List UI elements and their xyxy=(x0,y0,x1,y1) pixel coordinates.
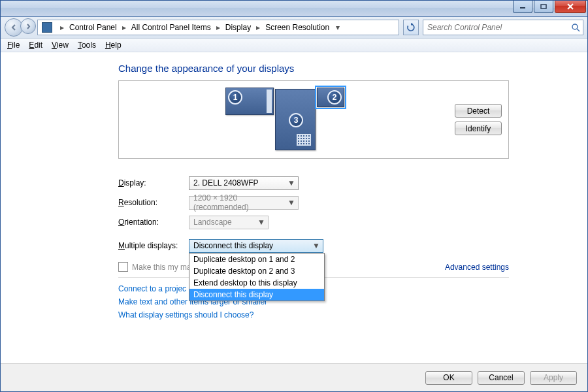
search-icon xyxy=(571,23,580,32)
display-arrangement[interactable]: 1 3 2 xyxy=(125,84,444,155)
display-number-badge: 3 xyxy=(289,113,303,127)
taskbar-icon xyxy=(267,90,272,113)
menu-file[interactable]: File xyxy=(3,39,24,51)
svg-rect-0 xyxy=(520,7,525,8)
screen-resolution-window: ▸ Control Panel ▸ All Control Panel Item… xyxy=(0,0,588,392)
display-3[interactable]: 3 xyxy=(275,89,316,150)
display-select-value: 2. DELL 2408WFP xyxy=(193,178,259,188)
multiple-displays-select[interactable]: Disconnect this display ▼ Duplicate desk… xyxy=(189,239,323,253)
apply-button: Apply xyxy=(530,371,577,385)
detect-button[interactable]: Detect xyxy=(455,104,502,118)
display-1[interactable]: 1 xyxy=(225,88,274,115)
display-2-selected[interactable]: 2 xyxy=(317,88,344,107)
dd-option-duplicate-1-2[interactable]: Duplicate desktop on 1 and 2 xyxy=(189,253,324,265)
crumb-display[interactable]: Display xyxy=(221,20,255,35)
close-button[interactable] xyxy=(555,1,586,13)
crumb-all-items[interactable]: All Control Panel Items xyxy=(127,20,215,35)
chevron-down-icon: ▼ xyxy=(287,178,295,188)
orientation-select: Landscape ▼ xyxy=(189,216,269,229)
maximize-button[interactable] xyxy=(534,1,553,13)
display-number-badge: 2 xyxy=(327,90,342,105)
link-what-settings[interactable]: What display settings should I choose? xyxy=(118,310,509,319)
close-icon xyxy=(566,3,574,10)
search-box[interactable] xyxy=(423,20,583,35)
display-select[interactable]: 2. DELL 2408WFP ▼ xyxy=(189,176,299,190)
cancel-button[interactable]: Cancel xyxy=(478,371,525,385)
menu-help[interactable]: Help xyxy=(101,39,125,51)
display-buttons: Detect Identify xyxy=(444,104,502,135)
minimize-button[interactable] xyxy=(513,1,532,13)
svg-point-2 xyxy=(572,24,578,29)
forward-button[interactable] xyxy=(20,18,36,34)
address-bar: ▸ Control Panel ▸ All Control Panel Item… xyxy=(1,17,587,39)
chevron-down-icon: ▼ xyxy=(257,218,265,227)
chevron-down-icon: ▼ xyxy=(287,198,295,207)
display-arrangement-box: 1 3 2 Detect Identify xyxy=(118,80,509,159)
display-number-badge: 1 xyxy=(228,90,242,105)
taskbar-icon xyxy=(297,134,311,146)
multiple-displays-value: Disconnect this display xyxy=(193,241,273,250)
breadcrumb[interactable]: ▸ Control Panel ▸ All Control Panel Item… xyxy=(37,20,399,35)
content-area: Change the appearance of your displays 1… xyxy=(1,52,587,363)
settings-rows: Display: 2. DELL 2408WFP ▼ Resolution: 1… xyxy=(118,173,509,255)
label-multiple-displays: Multiple displays: xyxy=(118,241,189,250)
dd-option-disconnect[interactable]: Disconnect this display xyxy=(189,289,324,301)
resolution-select-value: 1200 × 1920 (recommended) xyxy=(193,193,287,212)
titlebar xyxy=(1,1,587,17)
refresh-icon xyxy=(406,23,416,32)
crumb-control-panel[interactable]: Control Panel xyxy=(65,20,121,35)
dd-option-duplicate-2-3[interactable]: Duplicate desktop on 2 and 3 xyxy=(189,265,324,277)
multiple-displays-dropdown: Duplicate desktop on 1 and 2 Duplicate d… xyxy=(189,253,325,301)
orientation-select-value: Landscape xyxy=(193,218,232,227)
minimize-icon xyxy=(519,4,526,9)
breadcrumb-dropdown[interactable]: ▾ xyxy=(333,23,342,32)
refresh-button[interactable] xyxy=(403,20,419,35)
identify-button[interactable]: Identify xyxy=(455,122,502,135)
menu-view[interactable]: View xyxy=(48,39,73,51)
resolution-select: 1200 × 1920 (recommended) ▼ xyxy=(189,196,299,210)
arrow-left-icon xyxy=(10,24,17,31)
label-orientation: Orientation: xyxy=(118,218,189,227)
nav-buttons xyxy=(5,18,33,37)
search-input[interactable] xyxy=(426,22,571,33)
chevron-right-icon: ▸ xyxy=(60,23,64,32)
maximize-icon xyxy=(540,4,547,9)
ok-button[interactable]: OK xyxy=(425,371,472,385)
dd-option-extend[interactable]: Extend desktop to this display xyxy=(189,277,324,289)
dialog-footer: OK Cancel Apply xyxy=(1,363,587,391)
label-display: Display: xyxy=(118,178,189,188)
svg-line-3 xyxy=(577,29,580,31)
chevron-right-icon: ▸ xyxy=(216,23,220,32)
menu-bar: File Edit View Tools Help xyxy=(1,39,587,52)
make-main-label: Make this my ma xyxy=(132,263,191,272)
chevron-right-icon: ▸ xyxy=(256,23,260,32)
crumb-screen-resolution[interactable]: Screen Resolution xyxy=(261,20,333,35)
control-panel-icon xyxy=(42,22,52,33)
svg-rect-1 xyxy=(541,5,546,8)
chevron-right-icon: ▸ xyxy=(122,23,126,32)
page-title: Change the appearance of your displays xyxy=(118,63,509,74)
advanced-settings-link[interactable]: Advanced settings xyxy=(445,263,509,272)
menu-tools[interactable]: Tools xyxy=(74,39,100,51)
chevron-down-icon: ▼ xyxy=(312,241,320,250)
arrow-right-icon xyxy=(25,24,31,29)
menu-edit[interactable]: Edit xyxy=(25,39,46,51)
make-main-checkbox xyxy=(118,262,128,272)
label-resolution: Resolution: xyxy=(118,198,189,207)
